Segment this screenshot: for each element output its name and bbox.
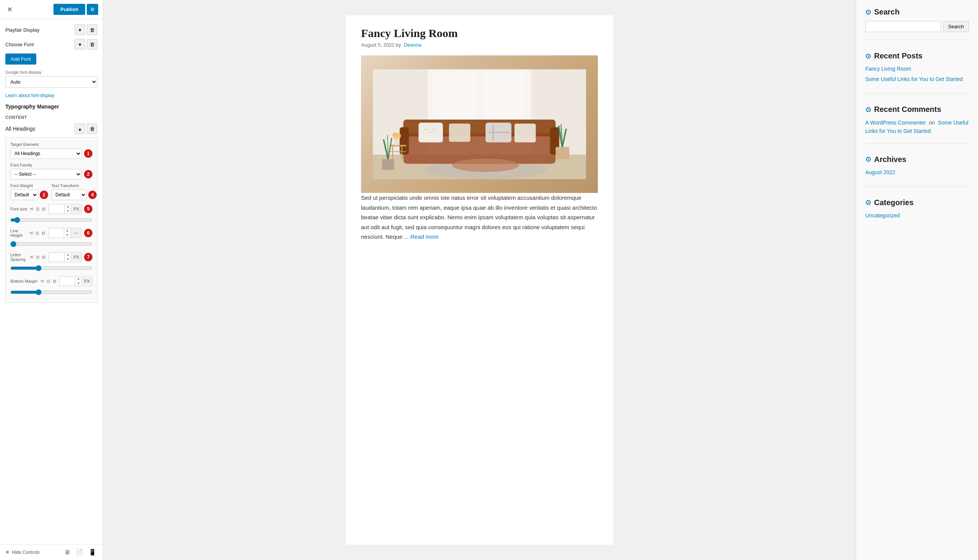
comment-author-link[interactable]: A WordPress Commenter	[865, 120, 926, 126]
letter-spacing-copy-btn[interactable]: ⊡	[35, 254, 40, 260]
badge-6: 6	[84, 229, 92, 237]
font-size-down[interactable]: ▼	[65, 209, 71, 213]
letter-spacing-up[interactable]: ▲	[65, 252, 71, 257]
choose-font-delete-btn[interactable]: 🗑	[87, 39, 97, 50]
recent-comment-entry: A WordPress Commenter on Some Useful Lin…	[865, 118, 969, 136]
recent-comments-title: ⊙ Recent Comments	[865, 105, 969, 114]
article-body: Sed ut perspiciatis unde omnis iste natu…	[361, 193, 598, 242]
letter-spacing-reset-btn[interactable]: ⟲	[29, 254, 34, 260]
read-more-link[interactable]: Read more	[410, 233, 438, 240]
letter-spacing-down[interactable]: ▼	[65, 257, 71, 262]
svg-point-15	[430, 132, 432, 133]
categories-widget: ⊙ Categories Uncategorized	[865, 198, 969, 230]
sidebar-header: ✕ Publish ⚙	[0, 0, 103, 19]
recent-post-link-2[interactable]: Some Useful Links for You to Get Started	[865, 75, 969, 83]
hide-controls-label: Hide Controls	[12, 550, 40, 555]
line-height-up[interactable]: ▲	[64, 228, 70, 233]
article-body-text: Sed ut perspiciatis unde omnis iste natu…	[361, 195, 597, 240]
svg-rect-24	[395, 140, 399, 145]
desktop-preview-btn[interactable]: 🖥	[63, 548, 72, 557]
bottom-margin-reset-btn[interactable]: ⟲	[40, 278, 45, 284]
bottom-margin-up[interactable]: ▲	[75, 277, 82, 281]
badge-1: 1	[84, 149, 92, 158]
close-button[interactable]: ✕	[5, 5, 15, 15]
badge-2: 2	[84, 170, 92, 178]
line-height-slider[interactable]	[10, 241, 92, 247]
line-height-copy-btn[interactable]: ⊡	[35, 230, 40, 236]
all-headings-expand-btn[interactable]: ▴	[75, 123, 85, 134]
letter-spacing-input-wrap: ▲ ▼ PX	[48, 252, 82, 262]
badge-4: 4	[88, 191, 97, 199]
archives-link[interactable]: August 2022	[865, 168, 969, 177]
article-featured-image	[361, 55, 598, 193]
line-height-icons: ⟲ ⊡ ⊟	[29, 230, 46, 236]
learn-font-display-link[interactable]: Learn about font-display	[5, 93, 55, 98]
all-headings-row: All Headings ▴ 🗑	[5, 123, 97, 134]
font-weight-select[interactable]: Default 100400700	[10, 190, 38, 200]
letter-spacing-slider[interactable]	[10, 265, 92, 271]
archives-widget: ⊙ Archives August 2022	[865, 155, 969, 187]
font-family-label: Font Family	[10, 163, 92, 167]
recent-post-link-1[interactable]: Fancy Living Room	[865, 65, 969, 73]
publish-button[interactable]: Publish	[53, 4, 85, 15]
recent-comments-icon: ⊙	[865, 105, 871, 114]
font-size-reset-btn[interactable]: ⟲	[29, 206, 34, 212]
tablet-preview-btn[interactable]: 📄	[75, 547, 85, 557]
playfair-delete-btn[interactable]: 🗑	[87, 25, 97, 35]
bottom-margin-label-row: Bottom Margin ⟲ ⊡ ⊟ 20 ▲ ▼	[10, 276, 92, 286]
font-family-select[interactable]: -- Select --	[10, 169, 82, 180]
svg-point-36	[452, 158, 519, 172]
line-height-stepper: ▲ ▼	[64, 228, 70, 238]
letter-spacing-icons: ⟲ ⊡ ⊟	[29, 254, 46, 260]
svg-rect-32	[382, 159, 394, 170]
text-transform-select[interactable]: Default UppercaseLowercaseCapitalize	[51, 190, 87, 200]
hide-controls-bar: 👁 Hide Controls 🖥 📄 📱	[0, 544, 103, 560]
choose-font-controls: ▾ 🗑	[75, 39, 97, 50]
letter-spacing-responsive-btn[interactable]: ⊟	[41, 254, 46, 260]
font-weight-group: Font Weight Default 100400700 2	[10, 183, 48, 200]
svg-rect-12	[449, 123, 470, 142]
bottom-margin-slider[interactable]	[10, 289, 92, 295]
search-button[interactable]: Search	[943, 21, 969, 32]
google-font-display-select[interactable]: Auto Block Swap Fallback Optional	[5, 76, 97, 88]
target-element-group: Target Element All Headings H1H2H3 1	[10, 142, 92, 159]
article-author-link[interactable]: Deanna	[404, 42, 422, 48]
line-height-down[interactable]: ▼	[64, 233, 70, 238]
font-size-up[interactable]: ▲	[65, 204, 71, 209]
letter-spacing-stepper: ▲ ▼	[64, 252, 71, 262]
bottom-margin-copy-btn[interactable]: ⊡	[46, 278, 51, 284]
font-size-copy-btn[interactable]: ⊡	[35, 206, 40, 212]
letter-spacing-input[interactable]	[49, 253, 64, 261]
bottom-margin-input[interactable]: 20	[60, 277, 75, 285]
playfair-dropdown-btn[interactable]: ▾	[75, 25, 85, 35]
search-widget: ⊙ Search Search	[865, 8, 969, 40]
line-height-responsive-btn[interactable]: ⊟	[41, 230, 46, 236]
sidebar-body: Playfair Display ▾ 🗑 Choose Font ▾ 🗑 Add…	[0, 19, 103, 544]
badge-2b: 2	[40, 191, 48, 199]
search-input[interactable]	[865, 21, 941, 32]
playfair-label: Playfair Display	[5, 27, 40, 33]
target-element-select[interactable]: All Headings H1H2H3	[10, 148, 82, 159]
svg-rect-28	[555, 147, 569, 159]
recent-comments-widget: ⊙ Recent Comments A WordPress Commenter …	[865, 105, 969, 143]
svg-rect-9	[400, 127, 409, 155]
line-height-input[interactable]	[48, 229, 64, 237]
settings-button[interactable]: ⚙	[87, 4, 98, 15]
add-font-button[interactable]: Add Font	[5, 53, 36, 65]
line-height-group: Line Height ⟲ ⊡ ⊟ ▲ ▼	[10, 228, 92, 248]
choose-font-dropdown-btn[interactable]: ▾	[75, 39, 85, 50]
hide-controls-button[interactable]: 👁 Hide Controls	[5, 550, 40, 555]
font-size-input[interactable]	[49, 205, 64, 213]
categories-link[interactable]: Uncategorized	[865, 212, 969, 220]
bottom-margin-label: Bottom Margin	[10, 279, 38, 283]
mobile-preview-btn[interactable]: 📱	[87, 547, 97, 557]
bottom-margin-responsive-btn[interactable]: ⊟	[52, 278, 57, 284]
letter-spacing-label: Letter Spacing	[10, 252, 29, 262]
recent-posts-widget: ⊙ Recent Posts Fancy Living Room Some Us…	[865, 52, 969, 93]
all-headings-delete-btn[interactable]: 🗑	[87, 123, 97, 134]
font-size-responsive-btn[interactable]: ⊟	[41, 206, 46, 212]
bottom-margin-unit: PX	[82, 277, 92, 285]
line-height-reset-btn[interactable]: ⟲	[29, 230, 33, 236]
bottom-margin-down[interactable]: ▼	[75, 281, 82, 286]
font-size-slider[interactable]	[10, 217, 92, 223]
